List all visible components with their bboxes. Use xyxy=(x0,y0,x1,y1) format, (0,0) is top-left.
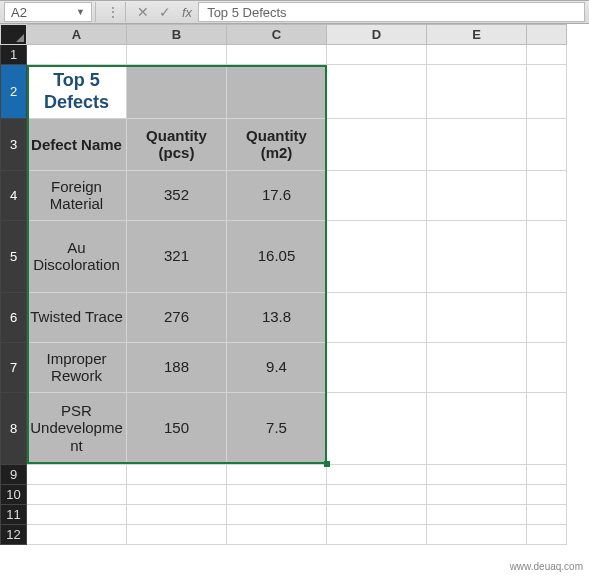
table-cell[interactable]: 9.4 xyxy=(227,342,327,392)
cell[interactable] xyxy=(27,484,127,504)
row-header-1[interactable]: 1 xyxy=(1,45,27,65)
row-header-2[interactable]: 2 xyxy=(1,65,27,119)
table-cell[interactable]: 17.6 xyxy=(227,170,327,220)
row-header-4[interactable]: 4 xyxy=(1,170,27,220)
table-cell[interactable]: 13.8 xyxy=(227,292,327,342)
column-header-b[interactable]: B xyxy=(127,25,227,45)
cell[interactable] xyxy=(327,292,427,342)
cell[interactable] xyxy=(527,484,567,504)
cell[interactable] xyxy=(527,65,567,119)
cell[interactable] xyxy=(527,292,567,342)
cell[interactable] xyxy=(427,65,527,119)
cell[interactable] xyxy=(427,170,527,220)
cell[interactable] xyxy=(427,392,527,464)
cell[interactable] xyxy=(527,45,567,65)
cell[interactable] xyxy=(227,464,327,484)
spreadsheet-grid[interactable]: A B C D E 1 2 Top 5 Defects 3 Defect Nam… xyxy=(0,24,589,545)
cell[interactable] xyxy=(127,524,227,544)
row-header-12[interactable]: 12 xyxy=(1,524,27,544)
cell[interactable] xyxy=(27,524,127,544)
table-cell[interactable]: 16.05 xyxy=(227,220,327,292)
header-qty-m2[interactable]: Quantity (m2) xyxy=(227,119,327,171)
row-header-7[interactable]: 7 xyxy=(1,342,27,392)
row-header-3[interactable]: 3 xyxy=(1,119,27,171)
cell[interactable] xyxy=(227,504,327,524)
cell[interactable] xyxy=(127,464,227,484)
table-cell[interactable]: 188 xyxy=(127,342,227,392)
cell[interactable] xyxy=(527,524,567,544)
cell[interactable] xyxy=(327,342,427,392)
cell[interactable] xyxy=(427,220,527,292)
cell[interactable] xyxy=(327,464,427,484)
cell[interactable] xyxy=(427,524,527,544)
table-cell[interactable]: Au Discoloration xyxy=(27,220,127,292)
row-header-8[interactable]: 8 xyxy=(1,392,27,464)
cell[interactable] xyxy=(427,484,527,504)
dots-icon[interactable]: ⋮ xyxy=(102,3,124,21)
table-cell[interactable]: 276 xyxy=(127,292,227,342)
cell[interactable] xyxy=(227,65,327,119)
cell[interactable] xyxy=(327,504,427,524)
cell[interactable] xyxy=(327,392,427,464)
name-box[interactable]: A2 ▼ xyxy=(4,2,92,22)
cell[interactable] xyxy=(327,170,427,220)
cell[interactable] xyxy=(327,220,427,292)
row-header-10[interactable]: 10 xyxy=(1,484,27,504)
cell[interactable] xyxy=(227,524,327,544)
select-all-corner[interactable] xyxy=(1,25,27,45)
confirm-icon[interactable]: ✓ xyxy=(154,3,176,21)
cell[interactable] xyxy=(227,45,327,65)
cell[interactable] xyxy=(27,504,127,524)
table-cell[interactable]: 150 xyxy=(127,392,227,464)
cell[interactable] xyxy=(127,484,227,504)
cell[interactable] xyxy=(27,45,127,65)
table-cell[interactable]: Foreign Material xyxy=(27,170,127,220)
cell[interactable] xyxy=(527,220,567,292)
cell[interactable] xyxy=(227,484,327,504)
cell[interactable] xyxy=(427,292,527,342)
cell[interactable] xyxy=(427,504,527,524)
table-cell[interactable]: Improper Rework xyxy=(27,342,127,392)
table-cell[interactable]: PSR Undevelopment xyxy=(27,392,127,464)
cell-text: Improper Rework xyxy=(27,346,126,389)
dropdown-icon[interactable]: ▼ xyxy=(76,7,85,17)
header-defect-name[interactable]: Defect Name xyxy=(27,119,127,171)
cell[interactable] xyxy=(527,170,567,220)
formula-input[interactable]: Top 5 Defects xyxy=(198,2,585,22)
cell[interactable] xyxy=(527,392,567,464)
cell[interactable] xyxy=(327,484,427,504)
cell[interactable] xyxy=(527,119,567,171)
row-header-5[interactable]: 5 xyxy=(1,220,27,292)
cell[interactable] xyxy=(327,45,427,65)
table-cell[interactable]: 321 xyxy=(127,220,227,292)
column-header-a[interactable]: A xyxy=(27,25,127,45)
cell[interactable] xyxy=(27,464,127,484)
column-header-blank[interactable] xyxy=(527,25,567,45)
cell[interactable] xyxy=(427,45,527,65)
table-cell[interactable]: 352 xyxy=(127,170,227,220)
cell[interactable] xyxy=(527,342,567,392)
cell[interactable] xyxy=(427,464,527,484)
row-header-11[interactable]: 11 xyxy=(1,504,27,524)
cell[interactable] xyxy=(427,119,527,171)
cell[interactable] xyxy=(427,342,527,392)
header-qty-pcs[interactable]: Quantity (pcs) xyxy=(127,119,227,171)
cell-title[interactable]: Top 5 Defects xyxy=(27,65,127,119)
cell[interactable] xyxy=(527,464,567,484)
fx-label[interactable]: fx xyxy=(176,5,198,20)
table-cell[interactable]: 7.5 xyxy=(227,392,327,464)
table-cell[interactable]: Twisted Trace xyxy=(27,292,127,342)
row-header-9[interactable]: 9 xyxy=(1,464,27,484)
cell[interactable] xyxy=(127,65,227,119)
cell[interactable] xyxy=(127,504,227,524)
cell[interactable] xyxy=(327,119,427,171)
cell[interactable] xyxy=(327,65,427,119)
cell[interactable] xyxy=(127,45,227,65)
column-header-c[interactable]: C xyxy=(227,25,327,45)
cell[interactable] xyxy=(327,524,427,544)
column-header-e[interactable]: E xyxy=(427,25,527,45)
column-header-d[interactable]: D xyxy=(327,25,427,45)
cancel-icon[interactable]: ✕ xyxy=(132,3,154,21)
cell[interactable] xyxy=(527,504,567,524)
row-header-6[interactable]: 6 xyxy=(1,292,27,342)
